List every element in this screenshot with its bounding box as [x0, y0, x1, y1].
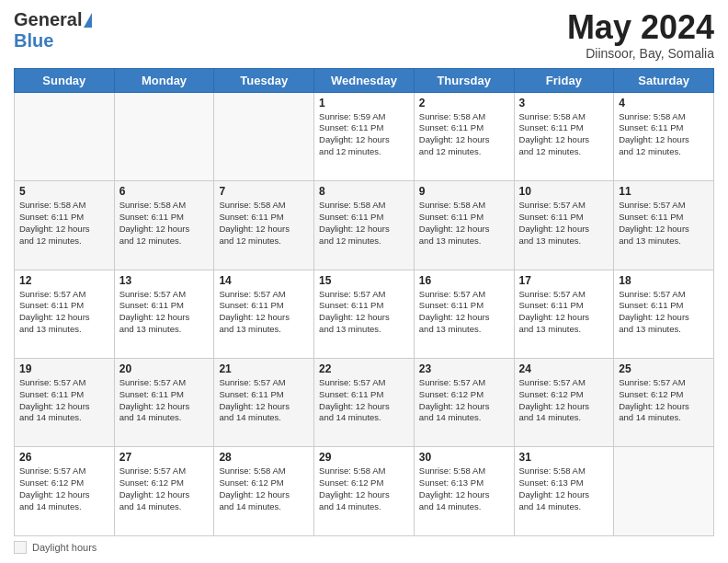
- day-info: Sunrise: 5:57 AM Sunset: 6:12 PM Dayligh…: [19, 465, 109, 512]
- month-title: May 2024: [567, 9, 714, 46]
- day-info: Sunrise: 5:57 AM Sunset: 6:11 PM Dayligh…: [619, 289, 709, 336]
- logo-blue-text: Blue: [14, 30, 53, 51]
- day-number: 5: [19, 185, 109, 198]
- day-number: 1: [319, 97, 409, 109]
- day-number: 18: [619, 274, 709, 287]
- day-number: 23: [419, 362, 509, 375]
- calendar-cell: 25Sunrise: 5:57 AM Sunset: 6:12 PM Dayli…: [614, 359, 714, 447]
- calendar-cell: 3Sunrise: 5:58 AM Sunset: 6:11 PM Daylig…: [514, 92, 614, 180]
- day-number: 15: [319, 274, 409, 287]
- day-number: 28: [219, 451, 309, 464]
- day-header-monday: Monday: [114, 68, 214, 92]
- day-number: 26: [19, 451, 109, 464]
- day-info: Sunrise: 5:57 AM Sunset: 6:11 PM Dayligh…: [119, 377, 210, 424]
- day-info: Sunrise: 5:57 AM Sunset: 6:11 PM Dayligh…: [19, 289, 109, 336]
- day-info: Sunrise: 5:59 AM Sunset: 6:11 PM Dayligh…: [319, 111, 409, 158]
- calendar-cell: 18Sunrise: 5:57 AM Sunset: 6:11 PM Dayli…: [614, 270, 714, 358]
- day-info: Sunrise: 5:58 AM Sunset: 6:11 PM Dayligh…: [619, 111, 709, 158]
- day-header-wednesday: Wednesday: [314, 68, 415, 92]
- location: Diinsoor, Bay, Somalia: [567, 46, 714, 61]
- calendar-cell: 16Sunrise: 5:57 AM Sunset: 6:11 PM Dayli…: [414, 270, 514, 358]
- day-number: 29: [319, 451, 409, 464]
- calendar-cell: 1Sunrise: 5:59 AM Sunset: 6:11 PM Daylig…: [314, 92, 415, 180]
- day-info: Sunrise: 5:58 AM Sunset: 6:11 PM Dayligh…: [519, 111, 609, 158]
- day-info: Sunrise: 5:57 AM Sunset: 6:11 PM Dayligh…: [519, 200, 609, 247]
- calendar-cell: 22Sunrise: 5:57 AM Sunset: 6:11 PM Dayli…: [314, 359, 415, 447]
- day-number: 24: [519, 362, 609, 375]
- calendar-cell: [15, 92, 115, 180]
- calendar-cell: 12Sunrise: 5:57 AM Sunset: 6:11 PM Dayli…: [15, 270, 115, 358]
- calendar-cell: 9Sunrise: 5:58 AM Sunset: 6:11 PM Daylig…: [414, 181, 514, 270]
- day-number: 8: [319, 185, 409, 198]
- daylight-label: Daylight hours: [32, 542, 97, 553]
- day-info: Sunrise: 5:58 AM Sunset: 6:11 PM Dayligh…: [419, 111, 509, 158]
- calendar-cell: 6Sunrise: 5:58 AM Sunset: 6:11 PM Daylig…: [114, 181, 214, 270]
- day-number: 20: [119, 362, 210, 375]
- day-info: Sunrise: 5:58 AM Sunset: 6:11 PM Dayligh…: [219, 200, 309, 247]
- calendar-cell: 23Sunrise: 5:57 AM Sunset: 6:12 PM Dayli…: [414, 359, 514, 447]
- day-info: Sunrise: 5:57 AM Sunset: 6:12 PM Dayligh…: [519, 377, 609, 424]
- calendar-header-row: SundayMondayTuesdayWednesdayThursdayFrid…: [15, 68, 714, 92]
- day-header-tuesday: Tuesday: [214, 68, 314, 92]
- calendar-cell: 17Sunrise: 5:57 AM Sunset: 6:11 PM Dayli…: [514, 270, 614, 358]
- calendar-cell: 13Sunrise: 5:57 AM Sunset: 6:11 PM Dayli…: [114, 270, 214, 358]
- day-number: 3: [519, 97, 609, 109]
- calendar-week-3: 19Sunrise: 5:57 AM Sunset: 6:11 PM Dayli…: [15, 359, 714, 447]
- calendar-cell: 8Sunrise: 5:58 AM Sunset: 6:11 PM Daylig…: [314, 181, 415, 270]
- day-info: Sunrise: 5:57 AM Sunset: 6:11 PM Dayligh…: [19, 377, 109, 424]
- day-number: 21: [219, 362, 309, 375]
- day-info: Sunrise: 5:57 AM Sunset: 6:11 PM Dayligh…: [419, 289, 509, 336]
- day-info: Sunrise: 5:57 AM Sunset: 6:12 PM Dayligh…: [619, 377, 709, 424]
- calendar-cell: 4Sunrise: 5:58 AM Sunset: 6:11 PM Daylig…: [614, 92, 714, 180]
- calendar-week-1: 5Sunrise: 5:58 AM Sunset: 6:11 PM Daylig…: [15, 181, 714, 270]
- calendar-cell: [214, 92, 314, 180]
- calendar-cell: 28Sunrise: 5:58 AM Sunset: 6:12 PM Dayli…: [214, 447, 314, 536]
- day-number: 19: [19, 362, 109, 375]
- day-info: Sunrise: 5:57 AM Sunset: 6:11 PM Dayligh…: [519, 289, 609, 336]
- day-info: Sunrise: 5:58 AM Sunset: 6:13 PM Dayligh…: [419, 465, 509, 512]
- calendar-cell: 30Sunrise: 5:58 AM Sunset: 6:13 PM Dayli…: [414, 447, 514, 536]
- day-number: 30: [419, 451, 509, 464]
- day-number: 6: [119, 185, 210, 198]
- day-number: 4: [619, 97, 709, 109]
- calendar-cell: 7Sunrise: 5:58 AM Sunset: 6:11 PM Daylig…: [214, 181, 314, 270]
- day-info: Sunrise: 5:57 AM Sunset: 6:11 PM Dayligh…: [319, 289, 409, 336]
- day-header-friday: Friday: [514, 68, 614, 92]
- day-number: 7: [219, 185, 309, 198]
- logo: General Blue: [14, 9, 92, 52]
- header: General Blue May 2024 Diinsoor, Bay, Som…: [14, 9, 714, 61]
- page: General Blue May 2024 Diinsoor, Bay, Som…: [0, 0, 728, 563]
- calendar-cell: 31Sunrise: 5:58 AM Sunset: 6:13 PM Dayli…: [514, 447, 614, 536]
- day-header-saturday: Saturday: [614, 68, 714, 92]
- day-info: Sunrise: 5:58 AM Sunset: 6:12 PM Dayligh…: [219, 465, 309, 512]
- calendar-cell: [114, 92, 214, 180]
- day-info: Sunrise: 5:57 AM Sunset: 6:11 PM Dayligh…: [219, 289, 309, 336]
- calendar-cell: 2Sunrise: 5:58 AM Sunset: 6:11 PM Daylig…: [414, 92, 514, 180]
- day-number: 25: [619, 362, 709, 375]
- logo-line2: Blue: [14, 30, 53, 52]
- day-number: 11: [619, 185, 709, 198]
- logo-line1: General: [14, 9, 92, 30]
- day-info: Sunrise: 5:58 AM Sunset: 6:11 PM Dayligh…: [319, 200, 409, 247]
- day-number: 27: [119, 451, 210, 464]
- day-info: Sunrise: 5:57 AM Sunset: 6:11 PM Dayligh…: [219, 377, 309, 424]
- day-number: 12: [19, 274, 109, 287]
- calendar-cell: 29Sunrise: 5:58 AM Sunset: 6:12 PM Dayli…: [314, 447, 415, 536]
- day-header-thursday: Thursday: [414, 68, 514, 92]
- calendar-cell: 24Sunrise: 5:57 AM Sunset: 6:12 PM Dayli…: [514, 359, 614, 447]
- calendar-week-0: 1Sunrise: 5:59 AM Sunset: 6:11 PM Daylig…: [15, 92, 714, 180]
- day-info: Sunrise: 5:57 AM Sunset: 6:12 PM Dayligh…: [419, 377, 509, 424]
- day-info: Sunrise: 5:57 AM Sunset: 6:11 PM Dayligh…: [119, 289, 210, 336]
- calendar-cell: 19Sunrise: 5:57 AM Sunset: 6:11 PM Dayli…: [15, 359, 115, 447]
- day-info: Sunrise: 5:57 AM Sunset: 6:12 PM Dayligh…: [119, 465, 210, 512]
- calendar-cell: 21Sunrise: 5:57 AM Sunset: 6:11 PM Dayli…: [214, 359, 314, 447]
- day-info: Sunrise: 5:58 AM Sunset: 6:12 PM Dayligh…: [319, 465, 409, 512]
- day-info: Sunrise: 5:57 AM Sunset: 6:11 PM Dayligh…: [619, 200, 709, 247]
- day-number: 2: [419, 97, 509, 109]
- calendar-cell: 10Sunrise: 5:57 AM Sunset: 6:11 PM Dayli…: [514, 181, 614, 270]
- day-number: 22: [319, 362, 409, 375]
- day-number: 9: [419, 185, 509, 198]
- logo-general-text: General: [14, 9, 82, 30]
- day-number: 13: [119, 274, 210, 287]
- calendar-cell: [614, 447, 714, 536]
